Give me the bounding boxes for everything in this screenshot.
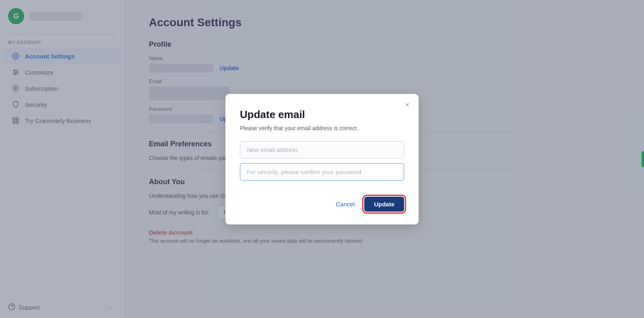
right-edge-accent [642, 151, 644, 167]
new-email-input[interactable] [240, 141, 404, 158]
modal-overlay: × Update email Please verify that your e… [0, 0, 644, 318]
modal-close-button[interactable]: × [402, 100, 412, 110]
cancel-button[interactable]: Cancel [331, 197, 359, 211]
modal-title: Update email [240, 108, 404, 121]
modal-subtitle: Please verify that your email address is… [240, 125, 404, 131]
confirm-password-input[interactable] [240, 163, 404, 181]
update-button[interactable]: Update [364, 197, 404, 212]
update-email-modal: × Update email Please verify that your e… [225, 94, 419, 224]
modal-footer: Cancel Update [240, 197, 404, 212]
